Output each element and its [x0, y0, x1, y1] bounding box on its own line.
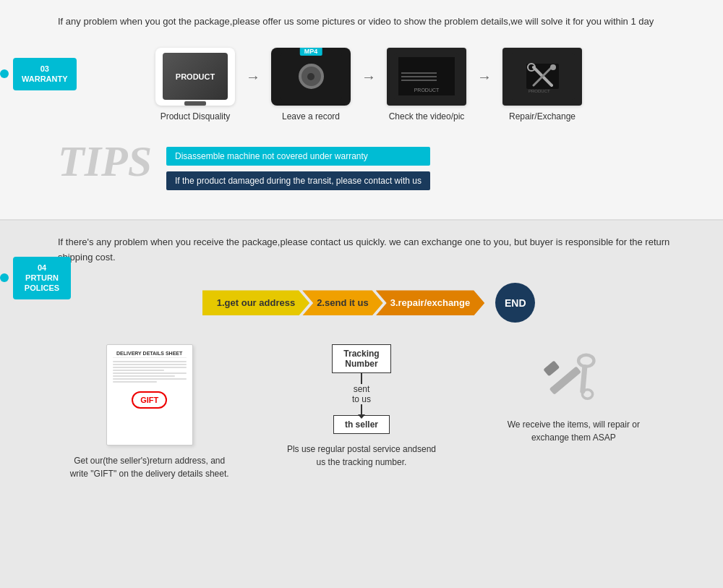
tools-svg-small: PRODUCT: [523, 60, 562, 93]
step-3-box: 3.repair/exchange: [376, 290, 485, 315]
return-intro: If there's any problem when you receive …: [58, 235, 680, 265]
sent-label: sent to us: [352, 384, 371, 404]
return-section: 04 PRTURN POLICES If there's any problem…: [0, 221, 723, 503]
sheet-line: [113, 375, 176, 377]
step-item-2: 2.send it us: [309, 290, 383, 315]
flow-item-3: PRODUCT Check the video/pic: [387, 48, 466, 122]
speaker-icon: [299, 64, 324, 89]
svg-rect-7: [544, 361, 560, 377]
return-dot: [0, 273, 9, 282]
return-badge: 04 PRTURN POLICES: [13, 257, 71, 299]
sheet-line: [113, 378, 187, 380]
delivery-sheet: DELIVERY DETAILS SHEET GIFT: [106, 344, 193, 446]
tracking-arrow-container: sent to us: [352, 373, 371, 415]
flow-label-2: Leave a record: [282, 111, 340, 122]
step-item-3: 3.repair/exchange: [383, 290, 485, 315]
svg-point-4: [550, 64, 556, 70]
notice-1: Disassemble machine not covered under wa…: [166, 147, 430, 166]
warranty-dot: [0, 69, 9, 78]
video-line: [401, 76, 437, 77]
hammer-wrench-svg: [541, 348, 606, 406]
sheet-line: [113, 364, 187, 365]
product-label-small: PRODUCT: [414, 88, 440, 93]
arrow-head: [358, 414, 365, 419]
sheet-line: [113, 361, 187, 362]
flow-label-4: Repair/Exchange: [509, 111, 576, 122]
sheet-line: [113, 370, 164, 371]
return-info: DELIVERY DETAILS SHEET GIFT: [43, 344, 680, 480]
warranty-label: 03 WARRANTY: [0, 58, 77, 90]
sheet-lines: [113, 361, 187, 383]
video-display: PRODUCT: [394, 53, 459, 100]
arrow-3: →: [477, 69, 492, 85]
flow-label-3: Check the video/pic: [389, 111, 465, 122]
delivery-desc: Get our(the seller's)return address, and…: [70, 454, 229, 480]
tips-notices: Disassemble machine not covered under wa…: [166, 140, 430, 190]
return-label: 04 PRTURN POLICES: [0, 257, 71, 299]
monitor-icon: PRODUCT: [163, 53, 228, 100]
gift-area: GIFT: [113, 388, 187, 412]
mp4-device-icon: MP4: [281, 53, 342, 100]
speaker-center: [307, 73, 315, 80]
tracking-line-1: [361, 373, 362, 384]
tips-section: TIPS Disassemble machine not covered und…: [58, 140, 680, 190]
product-disquality-icon: PRODUCT: [155, 48, 235, 106]
flow-item-1: PRODUCT Product Disquality: [155, 48, 235, 122]
steps-flow: 1.get our address 2.send it us 3.repair/…: [58, 283, 680, 323]
sheet-line: [113, 372, 187, 374]
video-lines: [401, 72, 437, 81]
tracking-number-box: Tracking Number: [332, 344, 390, 373]
warranty-intro: If any problem when you got the package,…: [58, 14, 680, 30]
step-end-box: END: [495, 283, 535, 323]
repair-display: PRODUCT: [510, 53, 575, 100]
gift-badge: GIFT: [132, 391, 167, 409]
notice-2: If the product damaged during the transi…: [166, 171, 430, 190]
video-content: PRODUCT: [398, 57, 455, 95]
tools-icon: [537, 344, 609, 409]
step-1-box: 1.get our address: [202, 290, 309, 315]
product-flow: PRODUCT Product Disquality → MP4 Leave a…: [58, 48, 680, 122]
delivery-col: DELIVERY DETAILS SHEET GIFT: [70, 344, 229, 480]
repair-icon: PRODUCT: [502, 48, 582, 106]
tools-col: We receive the items, will repair or exc…: [494, 344, 653, 444]
tips-title: TIPS: [58, 140, 152, 183]
warranty-badge: 03 WARRANTY: [13, 58, 77, 90]
sheet-title: DELIVERY DETAILS SHEET: [113, 351, 187, 358]
tracking-diagram: Tracking Number sent to us th seller: [332, 344, 390, 434]
step-2-box: 2.send it us: [302, 290, 383, 315]
tracking-desc: Pls use regular postal service andsend u…: [282, 443, 441, 469]
arrow-1: →: [246, 69, 260, 85]
step-item-1: 1.get our address: [202, 290, 309, 315]
video-icon: PRODUCT: [387, 48, 466, 106]
arrow-2: →: [362, 69, 376, 85]
flow-item-2: MP4 Leave a record: [271, 48, 351, 122]
sheet-line: [113, 381, 157, 383]
video-line: [401, 80, 437, 81]
svg-point-10: [583, 390, 593, 399]
tracking-line-2: [361, 404, 362, 415]
mp4-badge: MP4: [300, 48, 322, 56]
svg-text:PRODUCT: PRODUCT: [529, 89, 550, 93]
main-container: If any problem when you got the package,…: [0, 0, 723, 502]
flow-label-1: Product Disquality: [161, 111, 231, 122]
flow-item-4: PRODUCT Repair/Exchange: [502, 48, 582, 122]
warranty-section: If any problem when you got the package,…: [0, 0, 723, 221]
svg-point-8: [578, 355, 594, 367]
sheet-line: [113, 367, 187, 368]
mp4-icon: MP4: [271, 48, 351, 106]
video-line: [401, 72, 437, 74]
tracking-col: Tracking Number sent to us th seller: [282, 344, 441, 469]
tools-desc: We receive the items, will repair or exc…: [494, 418, 653, 444]
